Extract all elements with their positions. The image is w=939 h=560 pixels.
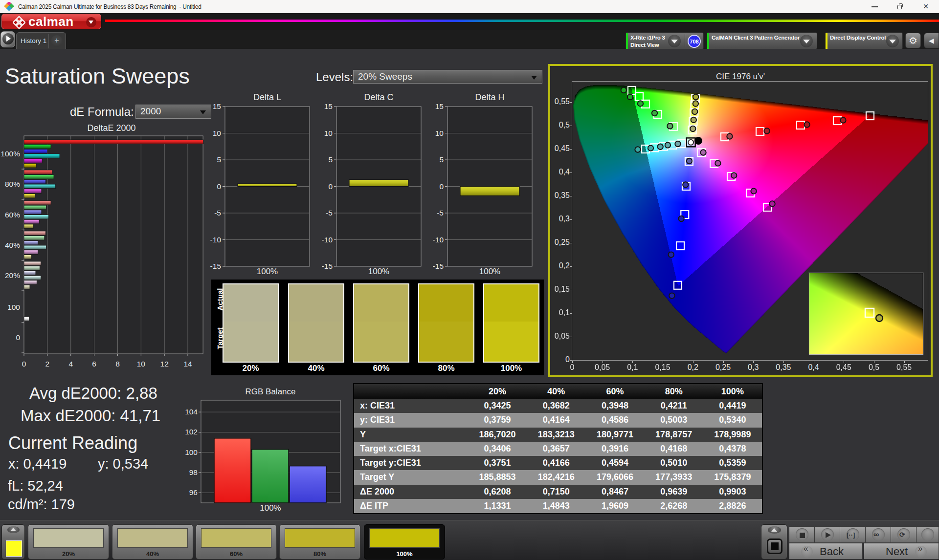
svg-text:4: 4 (68, 360, 73, 368)
svg-text:Delta C: Delta C (364, 93, 393, 102)
svg-text:0: 0 (16, 333, 20, 342)
svg-text:100%: 100% (0, 150, 20, 158)
svg-text:10: 10 (324, 129, 333, 137)
svg-text:-15: -15 (433, 262, 444, 270)
svg-text:8: 8 (115, 360, 120, 368)
svg-text:100%: 100% (257, 267, 278, 276)
svg-text:Delta L: Delta L (253, 93, 281, 102)
svg-text:20%: 20% (5, 271, 20, 280)
svg-text:15: 15 (324, 102, 333, 110)
svg-text:0: 0 (439, 182, 444, 191)
svg-text:5: 5 (328, 155, 333, 164)
svg-text:104: 104 (185, 408, 198, 416)
svg-text:60%: 60% (5, 211, 20, 219)
svg-text:100: 100 (185, 448, 198, 456)
svg-text:DeltaE 2000: DeltaE 2000 (87, 123, 135, 133)
svg-text:100%: 100% (368, 267, 389, 276)
svg-text:-10: -10 (433, 236, 444, 244)
svg-text:Delta H: Delta H (475, 93, 504, 102)
svg-text:-5: -5 (437, 209, 444, 217)
svg-text:0: 0 (217, 182, 221, 191)
svg-text:-10: -10 (322, 236, 333, 244)
svg-text:98: 98 (189, 468, 198, 476)
svg-text:15: 15 (435, 102, 444, 110)
svg-text:-10: -10 (210, 236, 221, 244)
svg-text:6: 6 (92, 360, 96, 368)
svg-text:102: 102 (185, 428, 198, 436)
svg-text:12: 12 (160, 360, 169, 368)
svg-text:100%: 100% (260, 503, 281, 513)
svg-text:0: 0 (22, 360, 26, 368)
svg-text:10: 10 (213, 129, 222, 137)
svg-text:80%: 80% (5, 180, 20, 188)
svg-text:-15: -15 (210, 262, 221, 270)
svg-text:-5: -5 (214, 209, 221, 217)
svg-text:10: 10 (435, 129, 444, 137)
svg-text:100%: 100% (479, 267, 500, 276)
svg-text:2: 2 (45, 360, 50, 368)
svg-text:96: 96 (189, 488, 198, 496)
svg-text:5: 5 (217, 155, 221, 164)
svg-text:0: 0 (328, 182, 333, 191)
svg-text:15: 15 (213, 102, 221, 110)
svg-text:10: 10 (137, 360, 146, 368)
svg-text:100: 100 (7, 303, 20, 311)
svg-text:-15: -15 (322, 262, 333, 270)
svg-text:RGB Balance: RGB Balance (246, 387, 296, 396)
svg-text:40%: 40% (5, 241, 20, 249)
svg-text:5: 5 (439, 155, 444, 164)
svg-text:-5: -5 (326, 209, 333, 217)
svg-text:14: 14 (183, 360, 192, 368)
